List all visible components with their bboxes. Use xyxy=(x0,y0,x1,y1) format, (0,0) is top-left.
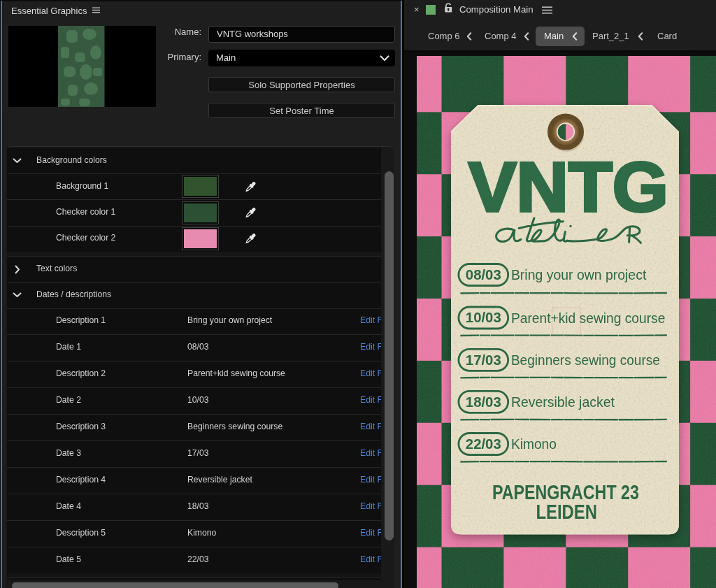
svg-text:Parent+kid sewing course: Parent+kid sewing course xyxy=(510,310,664,326)
svg-text:Reversible jacket: Reversible jacket xyxy=(510,394,614,410)
svg-text:LEIDEN: LEIDEN xyxy=(536,501,596,523)
svg-text:22/03: 22/03 xyxy=(465,436,501,452)
svg-text:08/03: 08/03 xyxy=(465,266,501,282)
svg-text:Bring your own project: Bring your own project xyxy=(510,266,646,282)
svg-text:17/03: 17/03 xyxy=(465,352,501,368)
svg-text:10/03: 10/03 xyxy=(465,310,501,326)
svg-text:18/03: 18/03 xyxy=(465,394,501,410)
svg-text:Kimono: Kimono xyxy=(510,436,556,452)
svg-text:VNTG: VNTG xyxy=(468,148,668,227)
svg-text:Beginners sewing course: Beginners sewing course xyxy=(510,352,659,368)
